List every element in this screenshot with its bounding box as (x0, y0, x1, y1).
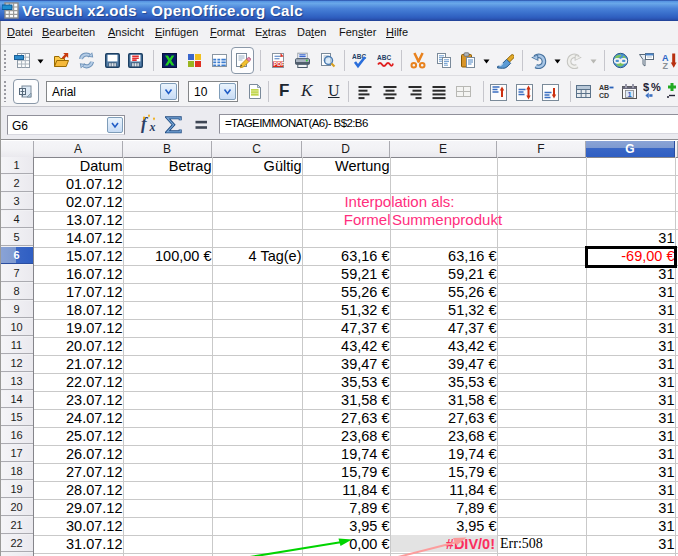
svg-text:ABC: ABC (377, 54, 391, 61)
svg-text:CD: CD (599, 92, 609, 99)
svg-text:Z: Z (663, 61, 669, 70)
svg-text:PDF: PDF (273, 61, 285, 67)
svg-text:%: % (651, 82, 661, 93)
svg-text:$: $ (643, 82, 649, 93)
svg-text:AB: AB (599, 84, 609, 91)
svg-text:x: x (149, 120, 156, 133)
svg-text:f: f (141, 114, 149, 133)
svg-text:1: 1 (628, 90, 632, 99)
